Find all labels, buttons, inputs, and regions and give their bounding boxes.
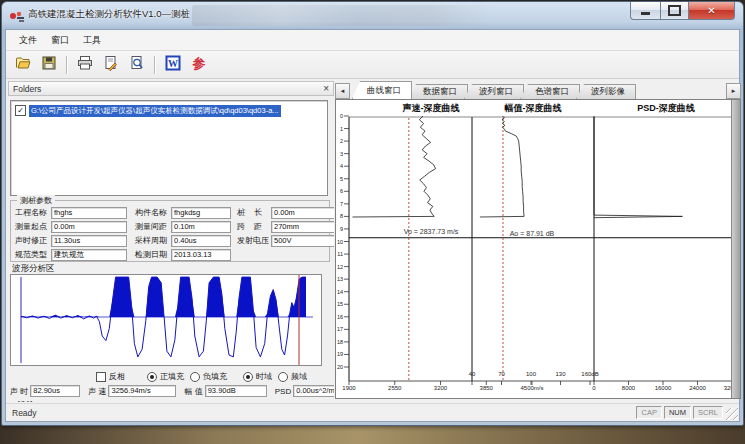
param-label: 工程名称 <box>15 207 51 218</box>
svg-text:声速-深度曲线: 声速-深度曲线 <box>402 103 460 113</box>
readout-label-3: PSD <box>275 387 291 396</box>
svg-text:4: 4 <box>340 163 343 169</box>
status-message: Ready <box>6 408 37 418</box>
waveform-svg <box>11 275 321 365</box>
tab-4[interactable]: 波列影像 <box>576 84 636 99</box>
invert-checkbox-group: 反相 <box>96 371 125 382</box>
maximize-button[interactable] <box>660 2 689 20</box>
param-field[interactable]: 建筑规范 <box>51 249 127 261</box>
file-path: G:\公司产品设计开发\超声仪器\超声仪实桩检测数据调试\qd\qd03\qd0… <box>29 105 281 117</box>
svg-text:100: 100 <box>526 371 537 377</box>
svg-text:130: 130 <box>555 371 566 377</box>
param-label: 测量起点 <box>15 221 51 232</box>
word-report-icon: W <box>165 55 181 75</box>
file-list[interactable]: ✓G:\公司产品设计开发\超声仪器\超声仪实桩检测数据调试\qd\qd03\qd… <box>10 100 328 196</box>
fill-radio-1[interactable] <box>190 372 200 382</box>
readout-label-2: 幅 值 <box>184 386 202 397</box>
titlebar-glass-reflection <box>192 5 492 26</box>
menu-item-0[interactable]: 文件 <box>12 32 44 49</box>
invert-label: 反相 <box>109 371 125 382</box>
resize-grip[interactable] <box>726 408 738 420</box>
print-button[interactable] <box>73 54 97 76</box>
param-field[interactable]: fhghs <box>51 207 127 219</box>
open-file-button[interactable] <box>11 54 35 76</box>
readout-field-0[interactable]: 82.90us <box>30 385 80 397</box>
svg-text:40: 40 <box>469 371 476 377</box>
folders-panel-header[interactable]: Folders × <box>8 81 334 96</box>
pile-params-title: 测桩参数 <box>17 195 55 206</box>
param-field[interactable]: 0.10m <box>171 221 231 233</box>
fill-radio-group-0: 正填充 <box>147 371 184 382</box>
param-field[interactable]: 270mm <box>271 221 334 233</box>
fill-radio-0[interactable] <box>147 372 157 382</box>
folders-panel-title: Folders <box>13 84 41 94</box>
param-field[interactable]: fhgkdsg <box>171 207 231 219</box>
panel-close-icon[interactable]: × <box>323 85 329 93</box>
minimize-button[interactable] <box>630 2 661 20</box>
params-button[interactable]: 参 <box>187 54 211 76</box>
depth-charts[interactable]: 01234567891011121314151617181920声速-深度曲线1… <box>335 99 741 399</box>
readout-field-1[interactable]: 3256.94m/s <box>108 385 176 397</box>
svg-text:2550: 2550 <box>388 385 402 391</box>
tab-1[interactable]: 数据窗口 <box>408 84 468 99</box>
tab-3[interactable]: 色谱窗口 <box>520 84 580 99</box>
workspace: Folders × ✓G:\公司产品设计开发\超声仪器\超声仪实桩检测数据调试\… <box>6 79 739 403</box>
checkbox-icon[interactable]: ✓ <box>15 105 26 116</box>
svg-text:8000: 8000 <box>622 385 636 391</box>
list-item[interactable]: ✓G:\公司产品设计开发\超声仪器\超声仪实桩检测数据调试\qd\qd03\qd… <box>15 104 325 117</box>
param-field[interactable]: 0.00m <box>271 207 334 219</box>
close-button[interactable]: ✕ <box>688 2 735 20</box>
title-bar[interactable]: 高铁建混凝土检测分析软件V1.0—测桩 ✕ <box>2 2 743 29</box>
svg-text:Vo = 2837.73 m/s: Vo = 2837.73 m/s <box>404 228 459 235</box>
params-icon: 参 <box>191 55 207 75</box>
svg-text:W: W <box>168 58 178 69</box>
readout-field-3[interactable]: 0.00us^2/m <box>293 385 334 397</box>
readout-field-2[interactable]: 93.90dB <box>205 385 267 397</box>
toolbar-separator <box>154 56 156 74</box>
svg-text:10: 10 <box>337 239 343 245</box>
window-client-area: 文件窗口工具 W参 Folders × ✓G:\公司产品设计开发\超声仪器\超声… <box>5 29 740 422</box>
app-icon <box>9 8 25 24</box>
svg-text:19: 19 <box>337 351 343 357</box>
domain-radio-0[interactable] <box>243 372 253 382</box>
svg-text:18: 18 <box>337 339 343 345</box>
tab-0[interactable]: 曲线窗口 <box>352 81 412 99</box>
status-indicators: CAPNUMSCRL <box>634 406 723 419</box>
svg-text:参: 参 <box>192 56 206 71</box>
open-file-icon <box>15 55 31 75</box>
export-report-button[interactable] <box>99 54 123 76</box>
param-field[interactable]: 500V <box>271 235 334 247</box>
svg-text:0: 0 <box>340 113 343 119</box>
waveform-plot[interactable] <box>10 274 322 366</box>
param-label: 声时修正 <box>15 235 51 246</box>
fill-radio-group-1: 负填充 <box>190 371 227 382</box>
domain-radio-1[interactable] <box>278 372 288 382</box>
param-field[interactable]: 0.40us <box>171 235 231 247</box>
svg-text:6: 6 <box>340 188 343 194</box>
param-field[interactable]: 11.30us <box>51 235 127 247</box>
param-field[interactable]: 2013.03.13 <box>171 249 231 261</box>
param-label: 测量间距 <box>135 221 171 232</box>
tab-2[interactable]: 波列窗口 <box>464 84 524 99</box>
menu-item-1[interactable]: 窗口 <box>44 32 76 49</box>
word-report-button[interactable]: W <box>161 54 185 76</box>
invert-checkbox[interactable] <box>96 372 106 382</box>
tab-scroll-right-button[interactable]: ► <box>726 83 741 99</box>
param-field[interactable]: 0.00m <box>51 221 127 233</box>
caption-buttons: ✕ <box>631 2 735 20</box>
svg-text:PSD-深度曲线: PSD-深度曲线 <box>637 103 695 113</box>
save-button[interactable] <box>37 54 61 76</box>
svg-text:3850: 3850 <box>480 385 494 391</box>
print-preview-button[interactable] <box>125 54 149 76</box>
svg-text:Ao = 87.91 dB: Ao = 87.91 dB <box>510 230 555 237</box>
menu-item-2[interactable]: 工具 <box>76 32 108 49</box>
export-report-icon <box>103 55 119 75</box>
toolbar: W参 <box>6 51 739 79</box>
svg-text:11: 11 <box>337 251 343 257</box>
curve-window-panel: ◄曲线窗口数据窗口波列窗口色谱窗口波列影像► 01234567891011121… <box>335 81 742 401</box>
vertical-scrollbar[interactable] <box>731 100 740 398</box>
tab-bar: ◄曲线窗口数据窗口波列窗口色谱窗口波列影像► <box>335 81 742 99</box>
waveform-controls: 反相正填充负填充时域频域 <box>8 370 334 383</box>
tab-scroll-left-button[interactable]: ◄ <box>335 83 350 99</box>
status-indicator-cap: CAP <box>636 406 661 419</box>
